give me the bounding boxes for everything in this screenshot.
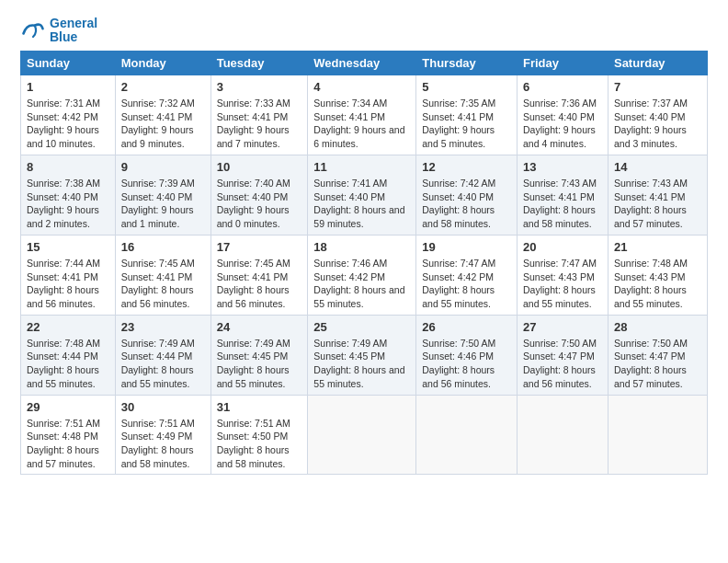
daylight-text: Daylight: 9 hours and 6 minutes. xyxy=(313,123,410,150)
day-number: 5 xyxy=(422,79,511,96)
daylight-text: Daylight: 8 hours and 58 minutes. xyxy=(523,203,602,230)
sunset-text: Sunset: 4:44 PM xyxy=(27,350,109,363)
daylight-text: Daylight: 9 hours and 0 minutes. xyxy=(217,203,302,230)
sunset-text: Sunset: 4:41 PM xyxy=(614,190,701,204)
sunset-text: Sunset: 4:41 PM xyxy=(217,110,302,124)
daylight-text: Daylight: 8 hours and 56 minutes. xyxy=(217,283,302,310)
sunrise-text: Sunrise: 7:50 AM xyxy=(523,337,602,350)
calendar-cell: 29Sunrise: 7:51 AMSunset: 4:48 PMDayligh… xyxy=(21,395,116,475)
calendar-cell: 20Sunrise: 7:47 AMSunset: 4:43 PMDayligh… xyxy=(518,235,609,315)
day-number: 13 xyxy=(523,159,602,176)
col-header-sunday: Sunday xyxy=(21,51,116,75)
sunset-text: Sunset: 4:41 PM xyxy=(313,110,410,124)
sunset-text: Sunset: 4:40 PM xyxy=(217,190,302,204)
day-number: 31 xyxy=(217,399,302,416)
daylight-text: Daylight: 8 hours and 55 minutes. xyxy=(313,283,410,310)
sunrise-text: Sunrise: 7:38 AM xyxy=(27,177,109,190)
day-number: 28 xyxy=(614,319,701,336)
daylight-text: Daylight: 8 hours and 57 minutes. xyxy=(614,203,701,230)
sunset-text: Sunset: 4:42 PM xyxy=(313,270,410,284)
day-number: 18 xyxy=(313,239,410,256)
day-number: 15 xyxy=(27,239,109,256)
daylight-text: Daylight: 8 hours and 56 minutes. xyxy=(523,363,602,390)
calendar-cell: 28Sunrise: 7:50 AMSunset: 4:47 PMDayligh… xyxy=(608,315,707,395)
calendar-cell: 13Sunrise: 7:43 AMSunset: 4:41 PMDayligh… xyxy=(518,155,609,235)
daylight-text: Daylight: 8 hours and 58 minutes. xyxy=(121,443,205,470)
calendar-cell: 16Sunrise: 7:45 AMSunset: 4:41 PMDayligh… xyxy=(115,235,210,315)
col-header-monday: Monday xyxy=(115,51,210,75)
daylight-text: Daylight: 8 hours and 55 minutes. xyxy=(422,283,511,310)
calendar-cell xyxy=(518,395,609,475)
day-number: 27 xyxy=(523,319,602,336)
col-header-friday: Friday xyxy=(518,51,609,75)
calendar-cell: 9Sunrise: 7:39 AMSunset: 4:40 PMDaylight… xyxy=(115,155,210,235)
sunrise-text: Sunrise: 7:50 AM xyxy=(614,337,701,350)
daylight-text: Daylight: 8 hours and 55 minutes. xyxy=(27,363,109,390)
calendar-cell: 7Sunrise: 7:37 AMSunset: 4:40 PMDaylight… xyxy=(608,75,707,155)
sunset-text: Sunset: 4:40 PM xyxy=(614,110,701,124)
daylight-text: Daylight: 9 hours and 4 minutes. xyxy=(523,123,602,150)
sunrise-text: Sunrise: 7:49 AM xyxy=(217,337,302,350)
daylight-text: Daylight: 8 hours and 58 minutes. xyxy=(422,203,511,230)
calendar-cell: 12Sunrise: 7:42 AMSunset: 4:40 PMDayligh… xyxy=(416,155,518,235)
sunset-text: Sunset: 4:41 PM xyxy=(121,110,205,124)
sunset-text: Sunset: 4:41 PM xyxy=(121,270,205,284)
sunset-text: Sunset: 4:41 PM xyxy=(27,270,109,284)
daylight-text: Daylight: 9 hours and 2 minutes. xyxy=(27,203,109,230)
daylight-text: Daylight: 8 hours and 57 minutes. xyxy=(614,363,701,390)
daylight-text: Daylight: 8 hours and 59 minutes. xyxy=(313,203,410,230)
calendar-cell: 5Sunrise: 7:35 AMSunset: 4:41 PMDaylight… xyxy=(416,75,518,155)
day-number: 3 xyxy=(217,79,302,96)
sunrise-text: Sunrise: 7:33 AM xyxy=(217,97,302,110)
col-header-wednesday: Wednesday xyxy=(308,51,416,75)
logo-line1: General xyxy=(50,17,97,30)
logo-line2: Blue xyxy=(50,30,97,44)
calendar-cell: 26Sunrise: 7:50 AMSunset: 4:46 PMDayligh… xyxy=(416,315,518,395)
day-number: 8 xyxy=(27,159,109,176)
daylight-text: Daylight: 8 hours and 56 minutes. xyxy=(121,283,205,310)
logo-icon xyxy=(20,17,46,43)
calendar-cell xyxy=(308,395,416,475)
calendar-cell: 19Sunrise: 7:47 AMSunset: 4:42 PMDayligh… xyxy=(416,235,518,315)
daylight-text: Daylight: 8 hours and 55 minutes. xyxy=(523,283,602,310)
sunrise-text: Sunrise: 7:35 AM xyxy=(422,97,511,110)
calendar-cell: 25Sunrise: 7:49 AMSunset: 4:45 PMDayligh… xyxy=(308,315,416,395)
sunset-text: Sunset: 4:40 PM xyxy=(422,190,511,204)
sunset-text: Sunset: 4:47 PM xyxy=(614,350,701,363)
day-number: 14 xyxy=(614,159,701,176)
calendar-cell: 1Sunrise: 7:31 AMSunset: 4:42 PMDaylight… xyxy=(21,75,116,155)
sunrise-text: Sunrise: 7:31 AM xyxy=(27,97,109,110)
daylight-text: Daylight: 8 hours and 56 minutes. xyxy=(422,363,511,390)
daylight-text: Daylight: 9 hours and 9 minutes. xyxy=(121,123,205,150)
sunrise-text: Sunrise: 7:51 AM xyxy=(217,417,302,431)
day-number: 16 xyxy=(121,239,205,256)
logo: General Blue xyxy=(20,17,97,45)
calendar-cell: 3Sunrise: 7:33 AMSunset: 4:41 PMDaylight… xyxy=(210,75,308,155)
daylight-text: Daylight: 8 hours and 55 minutes. xyxy=(614,283,701,310)
sunset-text: Sunset: 4:49 PM xyxy=(121,430,205,443)
sunset-text: Sunset: 4:40 PM xyxy=(313,190,410,204)
calendar-cell: 2Sunrise: 7:32 AMSunset: 4:41 PMDaylight… xyxy=(115,75,210,155)
sunrise-text: Sunrise: 7:47 AM xyxy=(523,257,602,270)
day-number: 30 xyxy=(121,399,205,416)
sunset-text: Sunset: 4:40 PM xyxy=(523,110,602,124)
sunset-text: Sunset: 4:43 PM xyxy=(523,270,602,284)
daylight-text: Daylight: 8 hours and 57 minutes. xyxy=(27,443,109,470)
calendar-cell: 10Sunrise: 7:40 AMSunset: 4:40 PMDayligh… xyxy=(210,155,308,235)
day-number: 7 xyxy=(614,79,701,96)
calendar-cell: 18Sunrise: 7:46 AMSunset: 4:42 PMDayligh… xyxy=(308,235,416,315)
sunrise-text: Sunrise: 7:32 AM xyxy=(121,97,205,110)
calendar-cell: 30Sunrise: 7:51 AMSunset: 4:49 PMDayligh… xyxy=(115,395,210,475)
sunset-text: Sunset: 4:47 PM xyxy=(523,350,602,363)
day-number: 20 xyxy=(523,239,602,256)
calendar-cell: 6Sunrise: 7:36 AMSunset: 4:40 PMDaylight… xyxy=(518,75,609,155)
daylight-text: Daylight: 9 hours and 7 minutes. xyxy=(217,123,302,150)
sunset-text: Sunset: 4:50 PM xyxy=(217,430,302,443)
sunrise-text: Sunrise: 7:42 AM xyxy=(422,177,511,190)
day-number: 6 xyxy=(523,79,602,96)
sunset-text: Sunset: 4:42 PM xyxy=(27,110,109,124)
sunrise-text: Sunrise: 7:51 AM xyxy=(121,417,205,431)
daylight-text: Daylight: 8 hours and 56 minutes. xyxy=(27,283,109,310)
day-number: 24 xyxy=(217,319,302,336)
sunset-text: Sunset: 4:40 PM xyxy=(121,190,205,204)
